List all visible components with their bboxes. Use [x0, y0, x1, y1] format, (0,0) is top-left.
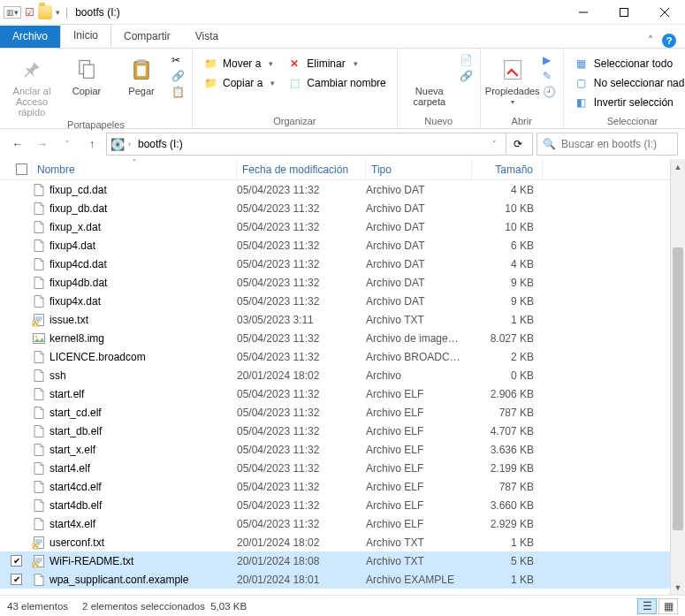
help-icon[interactable]: ? — [662, 34, 676, 48]
recent-locations-button[interactable]: ˅ — [57, 133, 78, 155]
qat-chevron-icon[interactable]: ▾ — [56, 8, 60, 17]
file-row[interactable]: LICENCE.broadcom05/04/2023 11:32Archivo … — [0, 347, 685, 366]
pin-quick-access-button[interactable]: Anclar al Acceso rápido — [7, 52, 57, 118]
select-none-button[interactable]: ▢No seleccionar nada — [571, 75, 685, 91]
file-icon — [32, 331, 46, 346]
file-type: Archivo DAT — [366, 258, 472, 270]
file-row[interactable]: ssh20/01/2024 18:02Archivo0 KB — [0, 366, 685, 384]
paste-button[interactable]: Pegar — [117, 52, 166, 96]
file-type: Archivo DAT — [366, 295, 472, 308]
file-row[interactable]: fixup_x.dat05/04/2023 11:32Archivo DAT10… — [0, 217, 685, 236]
tab-home[interactable]: Inicio — [60, 24, 111, 48]
file-row[interactable]: start4db.elf05/04/2023 11:32Archivo ELF3… — [0, 496, 685, 514]
breadcrumb-chevron-icon[interactable]: › — [128, 140, 131, 148]
search-input[interactable]: 🔍 Buscar en bootfs (I:) — [537, 133, 678, 156]
scroll-up-icon[interactable]: ▲ — [671, 159, 685, 174]
delete-button[interactable]: ✕Eliminar — [284, 56, 389, 72]
file-size: 2.199 KB — [472, 462, 543, 475]
maximize-button[interactable] — [604, 0, 644, 25]
file-name: start_cd.elf — [49, 407, 102, 419]
file-icon — [32, 498, 46, 513]
file-name: fixup4cd.dat — [49, 258, 107, 270]
file-row[interactable]: start4x.elf05/04/2023 11:32Archivo ELF2.… — [0, 514, 685, 533]
sort-indicator-icon: ˄ — [133, 158, 136, 166]
column-date[interactable]: Fecha de modificación — [237, 159, 366, 179]
edit-icon[interactable]: ✎ — [543, 70, 556, 82]
file-row[interactable]: start.elf05/04/2023 11:32Archivo ELF2.90… — [0, 384, 685, 403]
history-icon[interactable]: 🕘 — [543, 86, 556, 98]
file-row[interactable]: issue.txt03/05/2023 3:11Archivo TXT1 KB — [0, 310, 685, 329]
file-name: userconf.txt — [49, 536, 104, 549]
easy-access-icon[interactable]: 🔗 — [460, 70, 473, 82]
tab-view[interactable]: Vista — [183, 26, 231, 48]
file-name: LICENCE.broadcom — [49, 351, 146, 363]
tab-file[interactable]: Archivo — [0, 26, 60, 48]
breadcrumb-location[interactable]: bootfs (I:) — [134, 136, 186, 152]
file-name: start_x.elf — [49, 444, 95, 456]
file-row[interactable]: fixup4x.dat05/04/2023 11:32Archivo DAT9 … — [0, 292, 685, 310]
file-row[interactable]: fixup4.dat05/04/2023 11:32Archivo DAT6 K… — [0, 236, 685, 255]
copy-path-icon[interactable]: 🔗 — [171, 70, 185, 82]
file-type: Archivo ELF — [366, 499, 472, 512]
properties-button[interactable]: Propiedades ▾ — [488, 52, 537, 106]
group-new-caption: Nuevo — [405, 114, 473, 126]
scrollbar-thumb[interactable] — [673, 247, 683, 530]
back-button[interactable]: ← — [7, 133, 28, 155]
move-to-button[interactable]: 📁Mover a — [200, 56, 278, 72]
file-name: start.elf — [49, 388, 84, 400]
copy-to-button[interactable]: 📁Copiar a — [200, 75, 278, 91]
file-row[interactable]: ✔wpa_supplicant.conf.example20/01/2024 1… — [0, 570, 685, 589]
minimize-button[interactable] — [563, 0, 604, 25]
column-size[interactable]: Tamaño — [472, 159, 543, 179]
file-row[interactable]: kernel8.img05/04/2023 11:32Archivo de im… — [0, 329, 685, 347]
view-icons-button[interactable]: ▦ — [658, 598, 678, 614]
invert-selection-button[interactable]: ◧Invertir selección — [571, 95, 685, 110]
qat-properties-icon[interactable]: ☑ — [25, 6, 34, 19]
ribbon-collapse-icon[interactable]: ˄ — [648, 34, 653, 47]
qat-dropdown-icon[interactable]: ▥▾ — [4, 6, 21, 19]
file-row[interactable]: ✔WiFi-README.txt20/01/2024 18:08Archivo … — [0, 551, 685, 570]
file-icon — [32, 294, 46, 308]
file-size: 9 KB — [472, 277, 543, 289]
file-row[interactable]: fixup_cd.dat05/04/2023 11:32Archivo DAT4… — [0, 180, 685, 199]
file-row[interactable]: fixup4cd.dat05/04/2023 11:32Archivo DAT4… — [0, 255, 685, 273]
row-checkbox[interactable]: ✔ — [11, 574, 22, 585]
row-checkbox[interactable]: ✔ — [11, 555, 22, 567]
forward-button[interactable]: → — [32, 133, 53, 155]
select-all-checkbox[interactable] — [16, 164, 27, 175]
close-button[interactable] — [644, 0, 685, 25]
file-row[interactable]: fixup4db.dat05/04/2023 11:32Archivo DAT9… — [0, 273, 685, 292]
file-row[interactable]: start4.elf05/04/2023 11:32Archivo ELF2.1… — [0, 459, 685, 477]
vertical-scrollbar[interactable]: ▲ ▼ — [670, 159, 685, 595]
open-icon[interactable]: ▶ — [543, 54, 556, 66]
copy-button[interactable]: Copiar — [62, 52, 111, 96]
file-row[interactable]: start_db.elf05/04/2023 11:32Archivo ELF4… — [0, 422, 685, 440]
file-row[interactable]: start_cd.elf05/04/2023 11:32Archivo ELF7… — [0, 403, 685, 422]
new-folder-button[interactable]: Nueva carpeta — [405, 52, 454, 107]
file-icon — [32, 313, 46, 327]
address-bar[interactable]: 💽 › bootfs (I:) ˅ ⟳ — [106, 133, 533, 156]
scroll-down-icon[interactable]: ▼ — [671, 580, 685, 595]
up-button[interactable]: ↑ — [81, 133, 103, 155]
new-item-icon[interactable]: 📄 — [460, 54, 473, 66]
view-details-button[interactable]: ☰ — [637, 598, 657, 614]
column-name[interactable]: Nombre˄ — [32, 159, 237, 179]
refresh-button[interactable]: ⟳ — [506, 133, 529, 155]
column-type[interactable]: Tipo — [366, 159, 472, 179]
file-date: 05/04/2023 11:32 — [237, 332, 366, 345]
select-all-button[interactable]: ▦Seleccionar todo — [571, 56, 685, 72]
file-name: start4.elf — [49, 462, 90, 475]
file-icon — [32, 350, 46, 364]
file-row[interactable]: start4cd.elf05/04/2023 11:32Archivo ELF7… — [0, 477, 685, 496]
file-type: Archivo DAT — [366, 184, 472, 196]
address-dropdown-icon[interactable]: ˅ — [487, 140, 502, 148]
cut-icon[interactable]: ✂ — [171, 54, 185, 66]
paste-shortcut-icon[interactable]: 📋 — [171, 86, 185, 98]
file-row[interactable]: fixup_db.dat05/04/2023 11:32Archivo DAT1… — [0, 199, 685, 217]
file-row[interactable]: userconf.txt20/01/2024 18:02Archivo TXT1… — [0, 533, 685, 551]
file-row[interactable]: start_x.elf05/04/2023 11:32Archivo ELF3.… — [0, 440, 685, 459]
file-date: 05/04/2023 11:32 — [237, 258, 366, 270]
tab-share[interactable]: Compartir — [111, 26, 183, 48]
file-size: 787 KB — [472, 407, 543, 419]
rename-button[interactable]: ⬚Cambiar nombre — [284, 75, 389, 91]
